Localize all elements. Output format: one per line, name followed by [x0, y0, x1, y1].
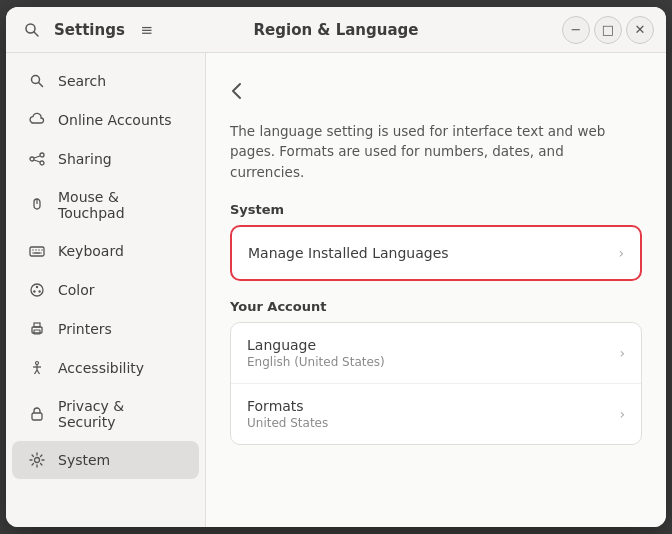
account-section-title: Your Account [230, 299, 642, 314]
sidebar-item-label: Mouse & Touchpad [58, 189, 183, 221]
sidebar-item-search[interactable]: Search [12, 62, 199, 100]
manage-languages-item[interactable]: Manage Installed Languages › [232, 227, 640, 279]
svg-rect-31 [32, 413, 42, 420]
hamburger-button[interactable]: ≡ [133, 16, 161, 44]
content-area: Search Online Accounts [6, 53, 666, 527]
svg-rect-11 [30, 247, 44, 256]
printer-icon [28, 320, 46, 338]
sidebar-item-label: Privacy & Security [58, 398, 183, 430]
keyboard-icon [28, 242, 46, 260]
svg-line-3 [39, 83, 43, 87]
sidebar-item-color[interactable]: Color [12, 271, 199, 309]
sidebar-item-sharing[interactable]: Sharing [12, 140, 199, 178]
formats-text: Formats United States [247, 398, 619, 430]
accessibility-icon [28, 359, 46, 377]
svg-point-22 [33, 290, 35, 292]
svg-point-19 [31, 284, 43, 296]
search-icon[interactable] [18, 16, 46, 44]
mouse-icon [28, 196, 46, 214]
titlebar: Settings ≡ Region & Language − □ ✕ [6, 7, 666, 53]
settings-title: Settings [54, 21, 125, 39]
formats-item[interactable]: Formats United States › [231, 384, 641, 444]
language-subtitle: English (United States) [247, 355, 619, 369]
search-icon [28, 72, 46, 90]
sidebar-item-printers[interactable]: Printers [12, 310, 199, 348]
language-item[interactable]: Language English (United States) › [231, 323, 641, 384]
main-window: Settings ≡ Region & Language − □ ✕ Searc… [6, 7, 666, 527]
svg-point-26 [36, 362, 39, 365]
gear-icon [28, 451, 46, 469]
svg-line-30 [37, 370, 40, 374]
svg-point-5 [40, 153, 44, 157]
svg-point-21 [38, 290, 40, 292]
sidebar-item-label: Online Accounts [58, 112, 171, 128]
panel-title: Region & Language [218, 21, 454, 39]
svg-point-20 [36, 286, 38, 288]
language-text: Language English (United States) [247, 337, 619, 369]
chevron-right-icon: › [618, 245, 624, 261]
svg-line-8 [34, 160, 40, 162]
svg-point-32 [35, 458, 40, 463]
main-panel: The language setting is used for interfa… [206, 53, 666, 527]
system-card: Manage Installed Languages › [230, 225, 642, 281]
sidebar: Search Online Accounts [6, 53, 206, 527]
sidebar-item-label: Printers [58, 321, 112, 337]
cloud-icon [28, 111, 46, 129]
sidebar-item-mouse-touchpad[interactable]: Mouse & Touchpad [12, 179, 199, 231]
svg-line-1 [34, 32, 38, 36]
description-text: The language setting is used for interfa… [230, 121, 642, 182]
close-button[interactable]: ✕ [626, 16, 654, 44]
sidebar-item-label: System [58, 452, 110, 468]
chevron-right-icon: › [619, 345, 625, 361]
system-section-title: System [230, 202, 642, 217]
back-button[interactable] [222, 77, 250, 105]
sidebar-item-label: Accessibility [58, 360, 144, 376]
titlebar-left: Settings ≡ [18, 16, 218, 44]
sidebar-item-label: Search [58, 73, 106, 89]
sidebar-item-system[interactable]: System [12, 441, 199, 479]
lock-icon [28, 405, 46, 423]
svg-point-6 [40, 161, 44, 165]
manage-languages-title: Manage Installed Languages [248, 245, 618, 261]
formats-title: Formats [247, 398, 619, 414]
formats-subtitle: United States [247, 416, 619, 430]
sidebar-item-privacy-security[interactable]: Privacy & Security [12, 388, 199, 440]
chevron-right-icon: › [619, 406, 625, 422]
minimize-button[interactable]: − [562, 16, 590, 44]
sidebar-item-label: Color [58, 282, 95, 298]
svg-line-7 [34, 156, 40, 158]
sidebar-item-accessibility[interactable]: Accessibility [12, 349, 199, 387]
manage-languages-text: Manage Installed Languages [248, 245, 618, 261]
sharing-icon [28, 150, 46, 168]
svg-point-4 [30, 157, 34, 161]
window-controls: − □ ✕ [454, 16, 654, 44]
sidebar-item-label: Keyboard [58, 243, 124, 259]
account-card: Language English (United States) › Forma… [230, 322, 642, 445]
maximize-button[interactable]: □ [594, 16, 622, 44]
sidebar-item-online-accounts[interactable]: Online Accounts [12, 101, 199, 139]
sidebar-item-keyboard[interactable]: Keyboard [12, 232, 199, 270]
language-title: Language [247, 337, 619, 353]
color-icon [28, 281, 46, 299]
sidebar-item-label: Sharing [58, 151, 112, 167]
